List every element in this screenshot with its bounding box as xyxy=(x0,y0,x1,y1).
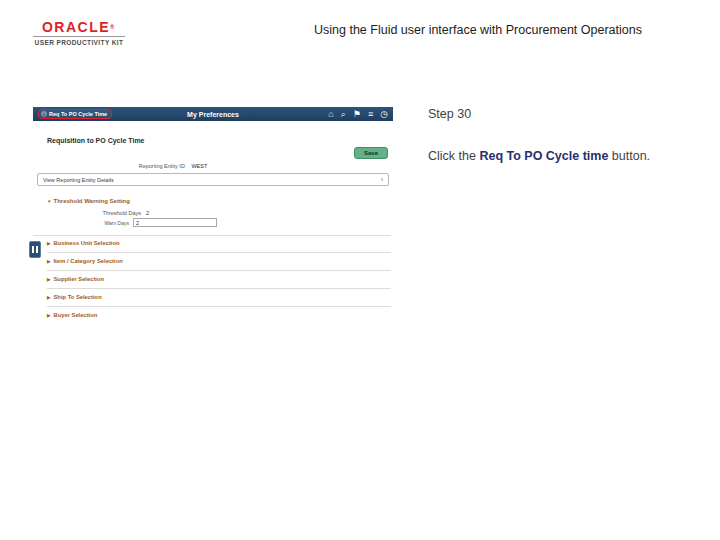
chevron-right-icon: ▶ xyxy=(47,259,50,264)
save-button[interactable]: Save xyxy=(354,147,388,159)
view-details-label: View Reporting Entity Details xyxy=(43,177,114,183)
reporting-entity-value: WEST xyxy=(191,163,207,169)
oracle-logo: ORACLE® USER PRODUCTIVITY KIT xyxy=(33,20,125,46)
reporting-entity-label: Reporting Entity ID xyxy=(139,163,185,169)
threshold-days-row: Threshold Days 2 xyxy=(33,210,149,216)
fluid-header-bar: ‹ Req To PO Cycle Time My Preferences ⌂ … xyxy=(33,107,393,121)
section-business-unit-selection[interactable]: ▶Business Unit Selection xyxy=(47,240,391,253)
instruction-text: Click the Req To PO Cycle time button. xyxy=(428,149,650,163)
flag-icon[interactable]: ⚑ xyxy=(353,110,361,119)
chevron-down-icon: ▼ xyxy=(47,199,51,204)
reporting-entity-row: Reporting Entity ID WEST xyxy=(93,163,253,169)
req-to-po-cycle-time-button[interactable]: ‹ Req To PO Cycle Time xyxy=(38,109,112,119)
peoplesoft-screenshot: ‹ Req To PO Cycle Time My Preferences ⌂ … xyxy=(33,107,393,312)
instruction-pre: Click the xyxy=(428,149,479,163)
section-supplier-selection[interactable]: ▶Supplier Selection xyxy=(47,276,391,289)
search-icon[interactable]: ⌕ xyxy=(341,110,346,119)
warn-days-row: Warn Days xyxy=(33,218,217,227)
section-label: Item / Category Selection xyxy=(53,258,122,264)
chevron-right-icon: › xyxy=(381,176,383,183)
pause-icon[interactable] xyxy=(29,241,41,258)
section-label: Buyer Selection xyxy=(53,312,97,318)
section-buyer-selection[interactable]: ▶Buyer Selection xyxy=(47,312,391,325)
chevron-right-icon: ▶ xyxy=(47,277,50,282)
threshold-section-label: Threshold Warning Setting xyxy=(53,198,129,204)
warn-days-label: Warn Days xyxy=(33,220,129,226)
section-label: Business Unit Selection xyxy=(53,240,119,246)
chevron-right-icon: ▶ xyxy=(47,295,50,300)
navbar-icon[interactable]: ◷ xyxy=(380,110,388,119)
oracle-logo-subtext: USER PRODUCTIVITY KIT xyxy=(33,36,125,46)
threshold-warning-setting-section[interactable]: ▼Threshold Warning Setting xyxy=(47,198,130,204)
section-item-category-selection[interactable]: ▶Item / Category Selection xyxy=(47,258,391,271)
actions-menu-icon[interactable]: ≡ xyxy=(368,110,373,119)
chevron-right-icon: ▶ xyxy=(47,313,50,318)
slide: ORACLE® USER PRODUCTIVITY KIT Using the … xyxy=(0,0,720,540)
header-icons: ⌂ ⌕ ⚑ ≡ ◷ xyxy=(328,110,388,119)
section-divider xyxy=(33,235,391,236)
view-reporting-entity-details-row[interactable]: View Reporting Entity Details › xyxy=(37,173,389,186)
section-label: Supplier Selection xyxy=(53,276,104,282)
home-icon[interactable]: ⌂ xyxy=(328,110,333,119)
chevron-right-icon: ▶ xyxy=(47,241,50,246)
slide-title: Using the Fluid user interface with Proc… xyxy=(314,23,642,37)
instruction-target: Req To PO Cycle time xyxy=(479,149,608,163)
back-button-label: Req To PO Cycle Time xyxy=(49,111,107,117)
section-ship-to-selection[interactable]: ▶Ship To Selection xyxy=(47,294,391,307)
page-title: Requisition to PO Cycle Time xyxy=(47,137,145,144)
oracle-logo-word: ORACLE® xyxy=(33,20,125,34)
step-label: Step 30 xyxy=(428,107,471,121)
threshold-days-label: Threshold Days xyxy=(33,210,141,216)
warn-days-input[interactable] xyxy=(133,218,217,227)
section-label: Ship To Selection xyxy=(53,294,101,300)
threshold-days-value: 2 xyxy=(146,210,149,216)
back-chevron-icon: ‹ xyxy=(41,111,47,117)
header-title: My Preferences xyxy=(187,111,239,118)
registered-mark: ® xyxy=(110,24,116,30)
page-body: Requisition to PO Cycle Time Save Report… xyxy=(33,121,393,312)
instruction-post: button. xyxy=(608,149,650,163)
